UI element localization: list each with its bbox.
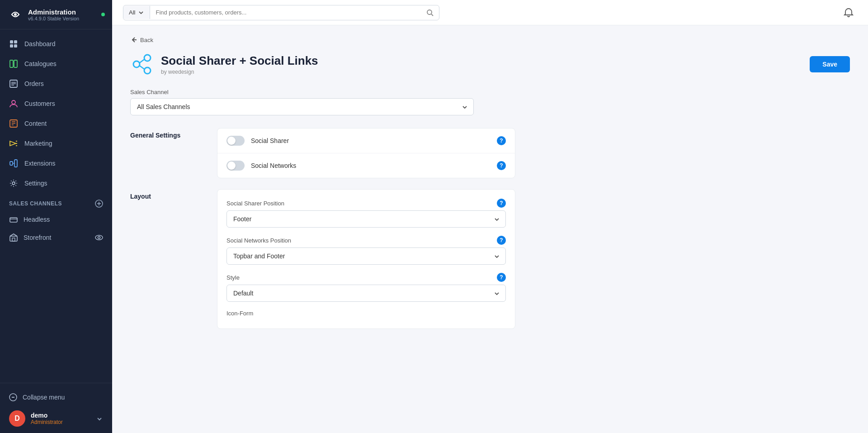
orders-icon — [9, 79, 18, 88]
storefront-label: Storefront — [24, 234, 51, 241]
svg-point-32 — [95, 235, 103, 240]
page-header: Social Sharer + Social Links by weedesig… — [130, 52, 850, 76]
sidebar-item-customers[interactable]: Customers — [0, 94, 112, 114]
style-select-wrapper: DefaultRoundedSquare — [226, 285, 506, 302]
svg-point-24 — [12, 182, 15, 185]
general-settings-label: General Settings — [130, 128, 203, 178]
networks-position-select[interactable]: FooterHeaderTopbar and Footer — [227, 248, 505, 264]
svg-marker-17 — [10, 141, 16, 146]
sidebar-item-dashboard[interactable]: Dashboard — [0, 34, 112, 54]
icon-form-label: Icon-Form — [226, 310, 253, 317]
svg-rect-6 — [10, 60, 13, 67]
avatar: D — [9, 410, 25, 427]
topbar: All — [112, 0, 868, 25]
svg-rect-28 — [10, 218, 17, 222]
search-input[interactable] — [150, 6, 421, 19]
svg-rect-2 — [10, 40, 13, 43]
sidebar-item-storefront[interactable]: Storefront — [0, 228, 112, 247]
svg-rect-3 — [14, 40, 17, 43]
style-help-icon[interactable]: ? — [497, 273, 506, 282]
marketing-icon — [9, 139, 18, 148]
sidebar-item-headless[interactable]: Headless — [0, 210, 112, 228]
sidebar-footer: Collapse menu D demo Administrator — [0, 383, 112, 433]
layout-card: Social Sharer Position ? FooterHeaderTop… — [217, 189, 515, 329]
svg-point-39 — [144, 55, 151, 61]
online-indicator — [101, 13, 105, 16]
dashboard-icon — [9, 39, 18, 48]
search-filter-button[interactable]: All — [123, 6, 150, 19]
sidebar-nav: Dashboard Catalogues Orders — [0, 29, 112, 383]
search-wrapper: All — [123, 5, 439, 20]
networks-position-label: Social Networks Position — [226, 237, 291, 244]
svg-rect-7 — [14, 60, 17, 67]
user-block[interactable]: D demo Administrator — [9, 405, 103, 427]
svg-point-12 — [12, 100, 15, 104]
headless-label: Headless — [24, 216, 50, 223]
svg-point-33 — [98, 237, 100, 239]
sharer-position-help-icon[interactable]: ? — [497, 199, 506, 208]
page-title-block: Social Sharer + Social Links by weedesig… — [161, 54, 810, 75]
back-button[interactable]: Back — [130, 36, 850, 43]
style-label: Style — [226, 274, 240, 281]
sidebar-item-marketing[interactable]: Marketing — [0, 133, 112, 153]
plugin-icon — [130, 52, 154, 76]
collapse-menu-button[interactable]: Collapse menu — [9, 390, 103, 405]
svg-rect-21 — [10, 162, 13, 165]
sharer-position-header: Social Sharer Position ? — [226, 199, 506, 208]
save-button[interactable]: Save — [810, 56, 850, 72]
customers-label: Customers — [24, 100, 55, 107]
social-networks-toggle[interactable] — [226, 161, 245, 171]
social-networks-label: Social Networks — [251, 162, 497, 169]
svg-rect-4 — [10, 44, 13, 48]
style-header: Style ? — [226, 273, 506, 282]
sharer-position-label: Social Sharer Position — [226, 200, 284, 207]
svg-line-37 — [431, 14, 433, 16]
networks-position-help-icon[interactable]: ? — [497, 236, 506, 245]
social-networks-help-icon[interactable]: ? — [497, 161, 506, 170]
networks-position-header: Social Networks Position ? — [226, 236, 506, 245]
headless-icon — [9, 215, 18, 224]
social-networks-row: Social Networks ? — [217, 153, 515, 178]
dashboard-label: Dashboard — [24, 40, 56, 48]
style-select[interactable]: DefaultRoundedSquare — [227, 285, 505, 301]
svg-rect-31 — [12, 238, 15, 241]
style-field: Style ? DefaultRoundedSquare — [226, 273, 506, 302]
extensions-label: Extensions — [24, 160, 55, 167]
sales-channel-select[interactable]: All Sales ChannelsHeadlessStorefront — [131, 99, 473, 115]
social-sharer-toggle[interactable] — [226, 136, 245, 146]
icon-form-header: Icon-Form — [226, 310, 506, 317]
sidebar-item-orders[interactable]: Orders — [0, 74, 112, 94]
add-sales-channel-button[interactable] — [95, 200, 103, 208]
networks-position-select-wrapper: FooterHeaderTopbar and Footer — [226, 247, 506, 265]
storefront-visibility-icon[interactable] — [95, 233, 103, 242]
svg-point-41 — [144, 67, 151, 74]
general-settings-section: General Settings Social Sharer ? — [130, 128, 850, 178]
social-sharer-label: Social Sharer — [251, 137, 497, 144]
catalogues-icon — [9, 59, 18, 68]
sharer-position-field: Social Sharer Position ? FooterHeaderTop… — [226, 199, 506, 228]
sidebar-item-extensions[interactable]: Extensions — [0, 153, 112, 173]
social-sharer-help-icon[interactable]: ? — [497, 136, 506, 145]
social-sharer-row: Social Sharer ? — [217, 128, 515, 153]
search-button[interactable] — [421, 5, 439, 20]
icon-form-field: Icon-Form — [226, 310, 506, 317]
content-label: Content — [24, 120, 47, 127]
catalogues-label: Catalogues — [24, 60, 57, 67]
settings-icon — [9, 179, 18, 188]
back-label: Back — [140, 37, 153, 43]
sidebar-item-catalogues[interactable]: Catalogues — [0, 54, 112, 74]
page-content: Back Social Sharer + Social Links by wee… — [112, 25, 868, 433]
layout-label: Layout — [130, 189, 203, 329]
notifications-button[interactable] — [840, 4, 857, 21]
user-name: demo — [31, 412, 63, 419]
sidebar-item-settings[interactable]: Settings — [0, 173, 112, 193]
sidebar-item-content[interactable]: Content — [0, 114, 112, 133]
search-filter-label: All — [129, 9, 135, 16]
sales-channel-label: Sales Channel — [130, 89, 474, 95]
svg-point-40 — [133, 61, 140, 67]
svg-line-43 — [140, 66, 145, 69]
svg-rect-22 — [14, 160, 17, 167]
extensions-icon — [9, 159, 18, 168]
user-role: Administrator — [31, 419, 63, 425]
sharer-position-select[interactable]: FooterHeaderTopbar and Footer — [227, 211, 505, 227]
